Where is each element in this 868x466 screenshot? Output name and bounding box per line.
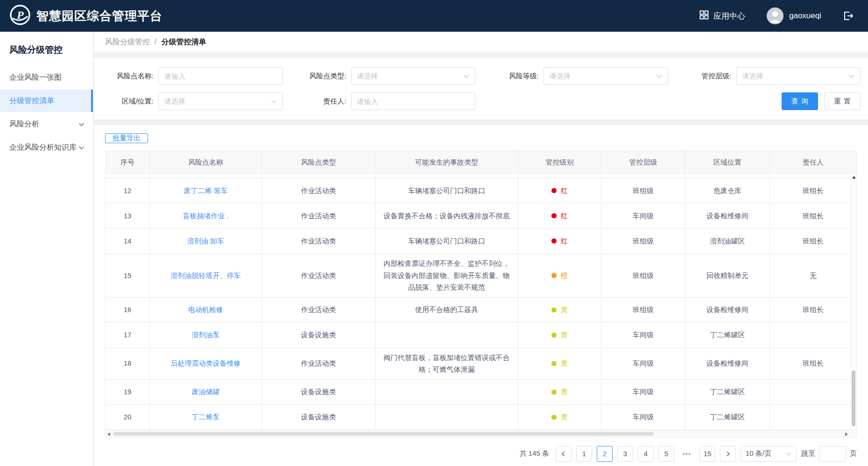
pagination-next-button[interactable]: [720, 446, 736, 462]
username: gaoxueqi: [789, 11, 821, 21]
cell-accident-type: 内部检查票证办理不齐全、监护不到位，回装设备内部遗留物、影响开车质量、物品脱落、…: [375, 254, 518, 298]
jump-page-input[interactable]: [819, 446, 846, 462]
cell-area: 溶剂油罐区: [685, 229, 770, 254]
pagination-page-5[interactable]: 5: [658, 446, 674, 462]
risk-name-link[interactable]: 溶剂油 卸车: [187, 235, 224, 247]
grid-icon: [699, 10, 709, 22]
cell-control-level: 红: [518, 229, 601, 254]
app-center-menu[interactable]: 应用中心: [699, 10, 745, 22]
app-header: P 智慧园区综合管理平台 应用中心 gaoxueqi: [0, 0, 868, 32]
user-menu[interactable]: gaoxueqi: [767, 7, 821, 24]
cell-area: 丁二烯罐区: [685, 405, 770, 430]
cell-risk-type: 作业活动类: [262, 348, 375, 380]
risk-name-link[interactable]: 后处理震动类设备维修: [171, 357, 241, 369]
page-size-value: 10 条/页: [746, 449, 771, 458]
app-center-label: 应用中心: [713, 11, 745, 21]
cell-accident-type: 设备置换不合格；设备内残液排放不彻底: [375, 203, 518, 229]
level-text: 黄: [561, 411, 568, 423]
cell-area: 设备检维修间: [685, 348, 770, 380]
filter-label: 风险点名称:: [104, 72, 158, 81]
select-placeholder: 请选择: [550, 72, 571, 81]
chevron-down-icon: [848, 73, 854, 79]
table-row: 19废油储罐设备设施类黄车间级丁二烯罐区: [106, 380, 856, 405]
table-cell: [150, 174, 262, 178]
cell-risk-type: 作业活动类: [262, 254, 375, 298]
cell-control-level: 黄: [518, 323, 601, 348]
risk-name-link[interactable]: 废油储罐: [192, 386, 220, 398]
table-row: 12废丁二烯 装车作业活动类车辆堵塞公司门口和路口红班组级危废仓库班组长: [106, 178, 856, 203]
cell-accident-type: 使用不合格的工器具: [375, 298, 518, 323]
scroll-left-arrow-icon[interactable]: [107, 432, 110, 436]
sidebar-item-3[interactable]: 风险分析: [0, 113, 93, 135]
filter-input[interactable]: [351, 92, 476, 110]
logout-icon[interactable]: [843, 10, 854, 21]
chevron-down-icon: [78, 121, 85, 127]
filter-input[interactable]: [158, 67, 283, 85]
sidebar-item-1[interactable]: 企业风险一张图: [0, 66, 93, 89]
risk-name-link[interactable]: 电动机检修: [188, 304, 223, 316]
risk-name-link[interactable]: 废丁二烯 装车: [183, 185, 227, 197]
vertical-scroll-thumb[interactable]: [852, 370, 855, 426]
level-dot-icon: [551, 213, 557, 218]
cell-area: 设备检维修间: [685, 203, 770, 229]
page-size-select[interactable]: 10 条/页: [741, 446, 797, 462]
breadcrumb-parent[interactable]: 风险分级管控: [105, 37, 150, 47]
cell-control-tier: 班组级: [601, 254, 685, 298]
table-row: 16电动机检修作业活动类使用不合格的工器具黄班组级设备检维修间班组长: [106, 298, 856, 323]
cell-owner: 班组长: [770, 178, 856, 203]
cell-accident-type: [375, 380, 518, 405]
pagination-page-15[interactable]: 15: [699, 446, 715, 462]
filter-field-4: 管控层级:请选择: [682, 67, 861, 85]
filter-field-1: 风险点名称:: [104, 67, 283, 85]
cell-index: 17: [106, 323, 150, 348]
sidebar: 风险分级管控 企业风险一张图分级管控清单风险分析企业风险分析知识库: [0, 32, 93, 466]
filter-label: 风险等级:: [489, 72, 543, 81]
cell-control-tier: 班组级: [601, 298, 685, 323]
filter-field-2: 风险点类型:请选择: [297, 67, 476, 85]
horizontal-scroll-thumb[interactable]: [113, 432, 654, 436]
pagination-page-1[interactable]: 1: [576, 446, 592, 462]
sidebar-item-4[interactable]: 企业风险分析知识库: [0, 136, 93, 159]
pagination-page-3[interactable]: 3: [617, 446, 633, 462]
select-placeholder: 请选择: [357, 72, 378, 81]
risk-name-link[interactable]: 溶剂油泵: [192, 329, 220, 341]
level-text: 黄: [561, 329, 568, 341]
risk-name-link[interactable]: 溶剂油脱轻塔开、停车: [171, 270, 241, 282]
pagination-page-4[interactable]: 4: [638, 446, 654, 462]
scroll-up-arrow-icon[interactable]: [852, 176, 856, 179]
cell-risk-type: 作业活动类: [262, 203, 375, 229]
pagination-page-2[interactable]: 2: [597, 446, 613, 462]
level-dot-icon: [551, 238, 557, 243]
search-button[interactable]: 查询: [782, 92, 818, 110]
filter-label: 区域/位置:: [104, 97, 158, 106]
column-header: 风险点类型: [262, 151, 375, 174]
filter-select[interactable]: 请选择: [351, 67, 476, 85]
cell-index: 19: [106, 380, 150, 405]
filter-select[interactable]: 请选择: [543, 67, 668, 85]
table-cell: [262, 174, 375, 178]
scroll-right-arrow-icon[interactable]: [845, 432, 848, 436]
risk-name-link[interactable]: 盲板抽堵作业 .: [183, 210, 228, 222]
risk-name-link[interactable]: 丁二烯泵: [192, 411, 220, 423]
sidebar-item-label: 企业风险分析知识库: [9, 143, 77, 153]
filter-select[interactable]: 请选择: [158, 92, 283, 110]
sidebar-item-2[interactable]: 分级管控清单: [0, 90, 93, 112]
select-placeholder: 请选择: [742, 72, 763, 81]
cell-area: 危废仓库: [685, 178, 770, 203]
pagination-prev-button[interactable]: [556, 446, 572, 462]
level-dot-icon: [551, 415, 557, 420]
horizontal-scrollbar[interactable]: [106, 430, 856, 437]
level-badge: 红: [551, 235, 568, 247]
sidebar-item-label: 企业风险一张图: [9, 73, 62, 83]
reset-button[interactable]: 重置: [824, 92, 861, 110]
filter-select[interactable]: 请选择: [736, 67, 861, 85]
cell-accident-type: [375, 405, 518, 430]
cell-area: 回收精制单元: [685, 254, 770, 298]
cell-owner: 班组长: [770, 229, 856, 254]
filter-actions: 查询 重置: [489, 92, 861, 110]
cell-owner: 班组长: [770, 298, 856, 323]
batch-export-button[interactable]: 批量导出: [105, 133, 148, 143]
level-dot-icon: [551, 389, 557, 395]
cell-control-level: 黄: [518, 380, 601, 405]
vertical-scrollbar[interactable]: [850, 174, 856, 430]
